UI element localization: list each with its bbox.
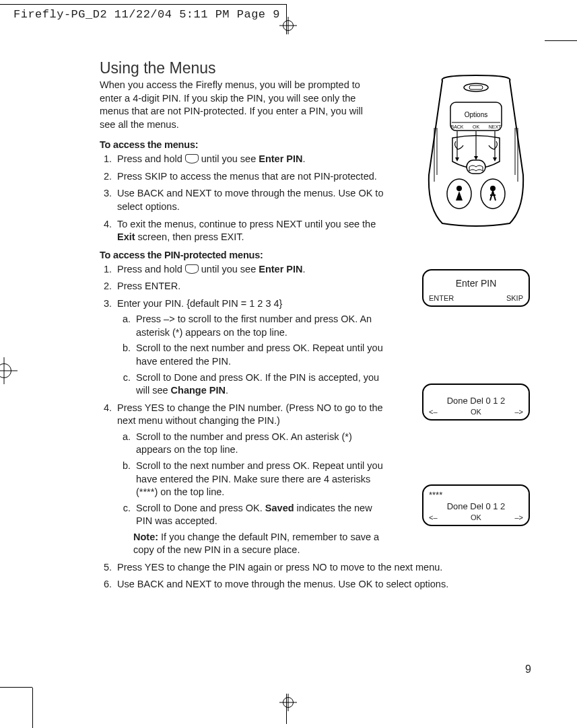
registration-mark <box>283 697 294 708</box>
screen-line: Done Del 0 1 2 <box>429 501 523 513</box>
text: screen, then press EXIT. <box>135 231 244 242</box>
phone-icon <box>185 264 199 274</box>
softkey-mid: OK <box>471 407 481 416</box>
list-item: Press YES to change the PIN again or pre… <box>114 561 517 575</box>
text: To exit the menus, continue to press NEX… <box>117 219 376 229</box>
text: until you see <box>199 153 259 164</box>
softkey-left: <– <box>429 513 438 522</box>
pin-menus-list: Press and hold until you see Enter PIN. … <box>100 263 517 591</box>
registration-mark <box>283 20 294 31</box>
note-text: If you change the default PIN, remember … <box>133 532 379 556</box>
svg-point-16 <box>481 179 505 209</box>
screen-pin-entry: Done Del 0 1 2 <– OK –> <box>422 384 530 421</box>
device-ok-label: OK <box>473 124 479 129</box>
device-illustration: Options BACK OK NEXT <box>422 74 530 227</box>
svg-rect-5 <box>469 85 483 89</box>
text: . <box>303 153 306 164</box>
device-next-label: NEXT <box>489 124 502 129</box>
text-bold: Enter PIN <box>259 153 302 164</box>
list-item: Scroll to the number and press OK. An as… <box>133 431 386 457</box>
text: . <box>303 264 306 275</box>
list-item: Enter your PIN. {default PIN = 1 2 3 4} … <box>114 297 386 398</box>
list-item: To exit the menus, continue to press NEX… <box>114 218 384 244</box>
screen-enter-pin: Enter PIN ENTER SKIP <box>422 269 530 307</box>
text: Enter your PIN. {default PIN = 1 2 3 4} <box>117 298 282 309</box>
text: . <box>226 385 228 396</box>
device-back-label: BACK <box>450 124 463 129</box>
intro-paragraph: When you access the Firefly menus, you w… <box>100 79 376 131</box>
note: Note: If you change the default PIN, rem… <box>133 531 386 557</box>
list-item: Press YES to change the PIN number. (Pre… <box>114 402 386 557</box>
crop-mark <box>0 687 32 688</box>
text-bold: Exit <box>117 231 135 242</box>
list-item: Press and hold until you see Enter PIN. <box>114 153 384 166</box>
phone-icon <box>185 154 199 163</box>
crop-mark <box>0 4 286 5</box>
list-item: Scroll to Done and press OK. Saved indic… <box>133 502 386 528</box>
note-label: Note: <box>133 532 161 542</box>
svg-point-17 <box>456 186 462 191</box>
access-menus-list: Press and hold until you see Enter PIN. … <box>100 153 384 244</box>
list-item: Press SKIP to access the menus that are … <box>114 170 384 184</box>
softkey-mid: OK <box>471 513 481 522</box>
text: Scroll to Done and press OK. <box>136 503 265 513</box>
text: Press YES to change the PIN number. (Pre… <box>117 402 383 427</box>
prepress-slug: Firefly-PG_D2 11/22/04 5:11 PM Page 9 <box>13 8 280 21</box>
page-number: 9 <box>525 663 531 676</box>
crop-mark <box>286 694 287 724</box>
screen-line: Done Del 0 1 2 <box>429 396 523 407</box>
list-item: Scroll to the next number and press OK. … <box>133 460 386 499</box>
softkey-right: –> <box>514 407 523 416</box>
crop-mark <box>545 40 577 41</box>
list-item: Press –> to scroll to the first number a… <box>133 313 386 339</box>
device-screen-options: Options <box>465 111 487 118</box>
section-heading-pin-menus: To access the PIN-protected menus: <box>100 250 517 260</box>
sub-list: Scroll to the number and press OK. An as… <box>117 431 386 528</box>
text: Press and hold <box>117 153 185 164</box>
list-item: Press ENTER. <box>114 280 386 293</box>
softkey-left: ENTER <box>429 293 454 303</box>
registration-mark <box>0 363 11 378</box>
text-bold: Saved <box>265 503 294 513</box>
softkey-right: SKIP <box>506 293 523 303</box>
list-item: Use BACK and NEXT to move through the me… <box>114 578 517 591</box>
crop-mark <box>32 688 33 728</box>
text: until you see <box>199 264 259 275</box>
list-item: Scroll to the next number and press OK. … <box>133 342 386 368</box>
sub-list: Press –> to scroll to the first number a… <box>117 313 386 397</box>
screen-pin-stars: **** Done Del 0 1 2 <– OK –> <box>422 484 530 526</box>
list-item: Press and hold until you see Enter PIN. <box>114 263 386 277</box>
softkey-right: –> <box>514 513 523 522</box>
text: Press and hold <box>117 264 185 275</box>
text-bold: Enter PIN <box>259 264 302 275</box>
list-item: Scroll to Done and press OK. If the PIN … <box>133 371 386 398</box>
screen-title: Enter PIN <box>429 277 523 289</box>
list-item: Use BACK and NEXT to move through the me… <box>114 187 384 213</box>
screen-stars: **** <box>429 490 523 501</box>
softkey-left: <– <box>429 407 438 416</box>
text-bold: Change PIN <box>171 385 226 396</box>
